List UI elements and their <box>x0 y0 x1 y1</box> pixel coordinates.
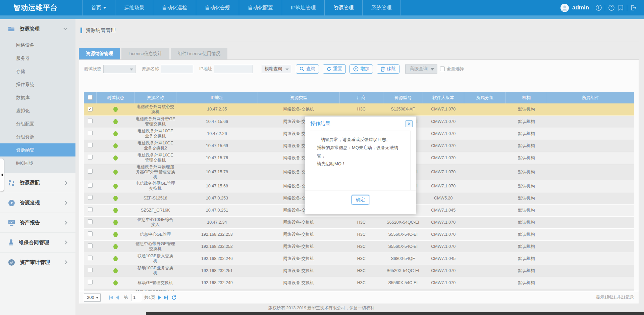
name-filter-input[interactable] <box>161 65 193 73</box>
sidebar-item-resource-onboarding[interactable]: 资源纳管 <box>0 143 75 156</box>
status-filter-select[interactable] <box>103 65 136 73</box>
chevron-right-icon <box>63 201 67 205</box>
dialog-message-line: 请先启动MQ！ <box>317 160 407 168</box>
sidebar-item-imc-sync[interactable]: iMC同步 <box>0 156 75 170</box>
table-row[interactable]: 移动10GE业务交换机192.168.232.251网络设备-交换机H3CS65… <box>84 265 634 277</box>
sidebar-section-maintenance-contract[interactable]: 维保合同管理 <box>0 232 75 252</box>
table-row[interactable]: 联通10GE接入交换机192.168.202.246网络设备-交换机H3CS68… <box>84 253 634 265</box>
row-checkbox-cell <box>84 204 97 216</box>
add-button[interactable]: 增加 <box>350 64 373 74</box>
row-checkbox[interactable] <box>88 243 93 248</box>
row-checkbox-cell <box>84 228 97 240</box>
row-checkbox[interactable] <box>88 231 93 236</box>
table-row[interactable]: 信息中心GE管理192.168.232.253网络设备-交换机H3CS5560X… <box>84 228 634 240</box>
sidebar-item-network-devices[interactable]: 网络设备 <box>0 39 75 52</box>
row-checkbox[interactable] <box>88 219 93 224</box>
nav-item-ip-management[interactable]: IP地址管理 <box>282 0 324 15</box>
row-checkbox[interactable] <box>88 195 93 200</box>
page-size-select[interactable]: 200 <box>84 294 101 302</box>
group-cell <box>464 277 506 289</box>
row-checkbox[interactable] <box>88 131 93 135</box>
bookmark-icon[interactable] <box>618 5 624 11</box>
help-icon[interactable]: ? <box>608 5 614 11</box>
row-checkbox-cell <box>84 164 97 180</box>
nav-item-auto-config[interactable]: 自动化配置 <box>239 0 282 15</box>
status-dot-green <box>113 155 118 161</box>
nav-item-home[interactable]: 首页 <box>82 0 115 15</box>
group-cell <box>464 128 506 140</box>
tab-onboarding-管理[interactable]: 资源纳管管理 <box>79 48 120 59</box>
status-dot-green <box>113 131 118 136</box>
refresh-icon[interactable] <box>171 295 177 300</box>
sidebar-item-servers[interactable]: 服务器 <box>0 52 75 65</box>
sidebar-section-resource-discovery[interactable]: 资源发现 <box>0 193 75 213</box>
row-checkbox[interactable] <box>88 280 93 284</box>
type-cell: 网络设备-交换机 <box>258 240 339 253</box>
sidebar-item-storage[interactable]: 存储 <box>0 65 75 78</box>
nav-item-auto-inspection[interactable]: 自动化巡检 <box>153 0 196 15</box>
version-cell: CMW7.1.045 <box>423 204 464 216</box>
table-row[interactable]: 电信政务外网核心交换机10.47.2.35网络设备-交换机H3CS12508X-… <box>84 103 634 116</box>
header-select-all-checkbox[interactable] <box>88 95 93 100</box>
table-row[interactable]: 信息中心10GE综合接入10.47.2.34网络设备-交换机H3CS6520X-… <box>84 216 634 228</box>
sidebar-section-asset-audit[interactable]: 资产审计管理 <box>0 252 75 272</box>
name-cell: 电信政务外网GE管理交换机 <box>135 180 176 192</box>
nav-item-auto-compliance[interactable]: 自动化合规 <box>196 0 239 15</box>
component-cell <box>547 152 634 164</box>
tab-license-stats[interactable]: License信息统计 <box>121 48 169 59</box>
sidebar-collapse-handle[interactable] <box>0 159 4 191</box>
sidebar-item-database[interactable]: 数据库 <box>0 91 75 104</box>
sidebar-item-group-config[interactable]: 分组配置 <box>0 117 75 130</box>
group-cell <box>464 164 506 180</box>
row-checkbox[interactable] <box>88 207 93 212</box>
row-checkbox[interactable] <box>88 119 93 123</box>
table-row[interactable]: 移动GE管理交换机192.168.232.249网络设备-交换机H3CS5560… <box>84 277 634 289</box>
version-cell: CMW7.1.070 <box>423 265 464 277</box>
row-checkbox[interactable] <box>88 143 93 147</box>
username[interactable]: admin <box>572 4 589 11</box>
confirm-button[interactable]: 确定 <box>352 195 369 205</box>
sidebar-item-virtualization[interactable]: 虚拟化 <box>0 104 75 117</box>
nav-item-system-management[interactable]: 系统管理 <box>362 0 400 15</box>
close-icon[interactable]: ✕ <box>406 120 413 127</box>
info-icon[interactable] <box>595 5 602 11</box>
search-button[interactable]: 查询 <box>296 64 319 74</box>
remove-button[interactable]: 移除 <box>377 64 399 74</box>
nav-item-resource-management[interactable]: 资源管理 <box>324 0 362 15</box>
select-all-checkbox[interactable] <box>440 66 445 71</box>
nav-item-ops-scenario[interactable]: 运维场景 <box>115 0 153 15</box>
sidebar-group-header[interactable]: 资源管理 <box>0 19 75 39</box>
row-checkbox[interactable] <box>88 169 93 174</box>
org-cell: 默认机构 <box>506 180 547 192</box>
table-header-row: 测试状态资源名称IP地址资源类型厂商资源型号软件大版本所属分组机构所属组件 <box>84 92 634 103</box>
row-checkbox[interactable] <box>88 256 93 260</box>
ip-cell: 10.47.2.34 <box>176 216 258 228</box>
fuzzy-query-select[interactable]: 模糊查询 <box>262 65 291 73</box>
next-page-button[interactable] <box>158 296 161 300</box>
tab-component-license[interactable]: 组件License使用情况 <box>171 48 228 59</box>
sidebar-section-asset-report[interactable]: 资产报告 <box>0 213 75 232</box>
ip-filter-input[interactable] <box>214 65 253 73</box>
sidebar-item-group-resource[interactable]: 分组资源 <box>0 130 75 143</box>
advanced-search-button[interactable]: 高级查询 <box>405 64 437 74</box>
row-checkbox[interactable] <box>88 155 93 160</box>
row-checkbox[interactable] <box>88 183 93 188</box>
row-checkbox[interactable] <box>88 268 93 272</box>
org-cell: 默认机构 <box>506 103 547 116</box>
logout-icon[interactable] <box>630 5 637 11</box>
last-page-button[interactable] <box>164 296 168 300</box>
status-cell <box>97 116 135 128</box>
page-number-input[interactable] <box>131 294 141 301</box>
sidebar-item-os[interactable]: 操作系统 <box>0 78 75 91</box>
avatar[interactable] <box>560 3 569 12</box>
first-page-button[interactable] <box>109 296 113 300</box>
org-cell: 默认机构 <box>506 140 547 152</box>
group-cell <box>464 240 506 253</box>
prev-page-button[interactable] <box>116 296 119 300</box>
row-checkbox[interactable] <box>88 107 93 111</box>
records-info: 显示1到21,共21记录 <box>596 295 634 300</box>
reset-button[interactable]: 重置 <box>323 64 346 74</box>
table-row[interactable]: 信息中心带外GE管理交换机192.168.232.252网络设备-交换机H3CS… <box>84 240 634 253</box>
sidebar-section-resource-adapt[interactable]: 资源适配 <box>0 173 75 193</box>
status-cell <box>97 140 135 152</box>
